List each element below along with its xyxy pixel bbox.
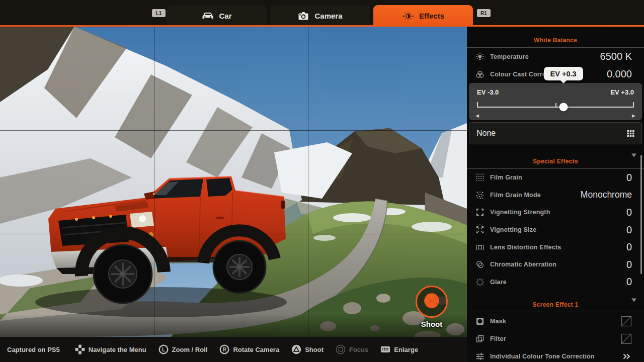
row-label: Temperature	[490, 53, 600, 60]
row-label: Vignetting Strength	[490, 209, 626, 216]
row-value: 0.000	[607, 68, 632, 80]
white-balance-row-temperature[interactable]: Temperature6500 K	[467, 48, 644, 65]
special-effects-row-chromatic-aberration[interactable]: Chromatic Aberration0	[467, 256, 644, 274]
hint-shoot[interactable]: Shoot	[291, 344, 324, 354]
screen-effect-1-row-mask[interactable]: Mask	[467, 312, 644, 330]
grid-icon	[627, 130, 634, 137]
row-label: Lens Distortion Effects	[490, 244, 626, 251]
car-icon	[202, 11, 214, 21]
ev-value-text: EV +0.3	[550, 70, 577, 78]
ev-tick-min	[477, 102, 478, 108]
colour-cast-icon	[475, 69, 485, 79]
section-title-screen-effect-1: Screen Effect 1	[532, 301, 578, 308]
collapse-caret-icon[interactable]	[631, 153, 636, 157]
tab-camera[interactable]: Camera	[270, 5, 370, 27]
effects-settings-panel: White Balance Temperature6500 KColour Ca…	[467, 27, 644, 362]
ev-tick-zero	[555, 103, 556, 108]
svg-text:R: R	[223, 347, 227, 352]
hint-label: Zoom / Roll	[172, 346, 208, 353]
grid-line	[308, 27, 308, 337]
captured-on-ps5-label: Captured on PS5	[7, 346, 60, 353]
empty-slash-icon	[621, 316, 632, 327]
hint-label: Rotate Camera	[233, 346, 279, 353]
ev-value-tooltip: EV +0.3	[544, 67, 583, 80]
left-stick-icon: L	[158, 344, 169, 354]
row-label: Individual Colour Tone Correction	[490, 353, 621, 360]
tab-label: Car	[219, 12, 231, 20]
dpad-icon	[75, 344, 85, 354]
r1-shoulder-badge: R1	[477, 9, 491, 17]
hint-rotate-camera[interactable]: RRotate Camera	[219, 344, 279, 354]
ev-min-label: EV -3.0	[477, 88, 499, 96]
photo-viewport: Shoot	[0, 27, 467, 337]
film-grain-mode-icon	[475, 190, 485, 200]
filter-preset-selector[interactable]: None	[469, 122, 642, 144]
hint-label: Shoot	[305, 346, 324, 353]
hint-label: Enlarge	[394, 346, 418, 353]
film-grain-icon	[475, 172, 485, 183]
shoot-button-label: Shoot	[413, 320, 451, 328]
tab-label: Camera	[314, 12, 342, 20]
row-value: 0	[626, 207, 632, 218]
section-special-effects: Special Effects Film Grain0Film Grain Mo…	[467, 144, 644, 291]
row-label: Film Grain Mode	[490, 192, 581, 199]
ev-increase-arrow-icon[interactable]: ▶	[632, 113, 635, 118]
triangle-button-icon	[291, 344, 301, 354]
hint-enlarge[interactable]: Enlarge	[380, 344, 418, 354]
special-effects-row-vignetting-strength[interactable]: Vignetting Strength0	[467, 204, 644, 221]
tab-label: Effects	[419, 12, 444, 20]
camera-icon	[297, 11, 309, 21]
touchpad-icon	[380, 344, 390, 354]
preset-value: None	[476, 129, 627, 138]
filter-icon	[475, 334, 485, 344]
special-effects-row-glare[interactable]: Glare0	[467, 274, 644, 291]
tab-car[interactable]: Car	[167, 5, 267, 27]
collapse-caret-icon[interactable]	[631, 298, 636, 302]
screen-effect-1-row-individual-colour-tone-correction[interactable]: Individual Colour Tone Correction	[467, 347, 644, 362]
screen-effect-1-row-filter[interactable]: Filter	[467, 330, 644, 347]
special-effects-row-vignetting-size[interactable]: Vignetting Size0	[467, 221, 644, 239]
ev-exposure-slider[interactable]: EV -3.0 EV +3.0 ◀ ▶	[469, 83, 642, 120]
right-stick-icon: R	[219, 344, 229, 354]
mask-icon	[475, 316, 485, 326]
vignetting-size-icon	[475, 225, 485, 235]
ev-slider-handle[interactable]	[559, 103, 568, 112]
special-effects-row-film-grain-mode[interactable]: Film Grain ModeMonochrome	[467, 187, 644, 204]
effects-icon	[402, 11, 414, 21]
temperature-icon	[475, 52, 485, 62]
svg-text:L: L	[162, 347, 165, 352]
ev-slider-track[interactable]	[477, 107, 634, 108]
l1-shoulder-badge: L1	[152, 9, 166, 17]
controller-hints: Navigate the MenuLZoom / RollRRotate Cam…	[75, 344, 418, 354]
chevrons-icon	[621, 351, 632, 362]
gt7-photo-mode-screen: L1 CarCameraEffects R1	[0, 0, 644, 362]
viewport-bottom-shade	[0, 314, 467, 337]
panel-scrollbar[interactable]	[640, 155, 642, 274]
row-value: Monochrome	[581, 190, 632, 200]
hint-label: Focus	[349, 346, 368, 353]
ev-max-label: EV +3.0	[610, 88, 634, 96]
grid-line	[0, 130, 467, 131]
row-label: Film Grain	[490, 174, 626, 181]
row-value: 0	[626, 276, 632, 288]
section-white-balance: White Balance Temperature6500 KColour Ca…	[467, 27, 644, 144]
tab-strip: CarCameraEffects	[167, 5, 473, 27]
section-title-special-effects: Special Effects	[533, 158, 578, 165]
special-effects-row-film-grain[interactable]: Film Grain0	[467, 169, 644, 187]
hint-focus[interactable]: Focus	[336, 344, 368, 354]
special-effects-row-lens-distortion-effects[interactable]: Lens Distortion Effects0	[467, 238, 644, 256]
square-button-icon	[336, 344, 346, 354]
ev-decrease-arrow-icon[interactable]: ◀	[475, 113, 479, 118]
row-value: 0	[626, 241, 632, 253]
row-label: Filter	[490, 335, 621, 342]
shoot-button[interactable]	[416, 286, 448, 318]
tab-effects[interactable]: Effects	[373, 5, 473, 27]
hint-zoom-roll[interactable]: LZoom / Roll	[158, 344, 208, 354]
section-screen-effect-1: Screen Effect 1 MaskFilterIndividual Col…	[467, 291, 644, 362]
hint-navigate-the-menu[interactable]: Navigate the Menu	[75, 344, 146, 354]
grid-line	[0, 234, 467, 234]
controller-hint-bar: Captured on PS5 Navigate the MenuLZoom /…	[0, 337, 467, 362]
vignetting-strength-icon	[475, 207, 485, 217]
top-tab-bar: L1 CarCameraEffects R1	[0, 0, 644, 27]
section-title-white-balance: White Balance	[534, 37, 577, 44]
